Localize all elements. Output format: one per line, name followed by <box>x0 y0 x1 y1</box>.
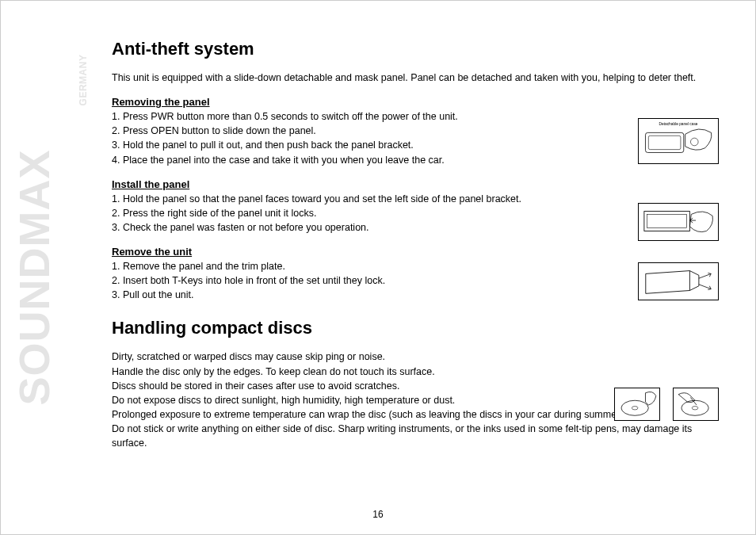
illustration-install-panel <box>638 203 719 241</box>
illustration-disc-handling-correct <box>614 388 660 421</box>
svg-rect-1 <box>648 136 681 149</box>
svg-rect-4 <box>647 214 687 227</box>
page-number: 16 <box>1 509 755 520</box>
illus1-caption: Detachable panel case <box>659 122 698 126</box>
svg-point-8 <box>632 407 638 410</box>
manual-page: SOUNDMAX GERMANY Anti-theft system This … <box>0 0 756 535</box>
svg-point-7 <box>621 400 648 415</box>
svg-line-5 <box>699 273 711 278</box>
illustration-remove-unit <box>638 262 719 300</box>
install-steps: 1. Hold the panel so that the panel face… <box>112 192 716 235</box>
svg-line-6 <box>699 285 711 289</box>
removing-steps: 1. Press PWR button more than 0.5 second… <box>112 109 716 167</box>
svg-point-10 <box>692 407 698 410</box>
svg-point-2 <box>690 138 698 146</box>
brand-country: GERMANY <box>78 55 89 106</box>
remove-unit-heading: Remove the unit <box>112 246 716 258</box>
section1-title: Anti-theft system <box>112 39 716 59</box>
removing-heading: Removing the panel <box>112 96 716 108</box>
section2-title: Handling compact discs <box>112 318 716 338</box>
illustration-detachable-panel-case: Detachable panel case <box>638 118 719 164</box>
section1-intro: This unit is equipped with a slide-down … <box>112 71 716 85</box>
install-heading: Install the panel <box>112 178 716 190</box>
brand-sidebar: SOUNDMAX GERMANY <box>9 32 96 357</box>
illustration-disc-handling-edge <box>673 388 719 421</box>
remove-unit-steps: 1. Remove the panel and the trim plate. … <box>112 259 716 302</box>
brand-name: SOUNDMAX <box>10 149 59 405</box>
